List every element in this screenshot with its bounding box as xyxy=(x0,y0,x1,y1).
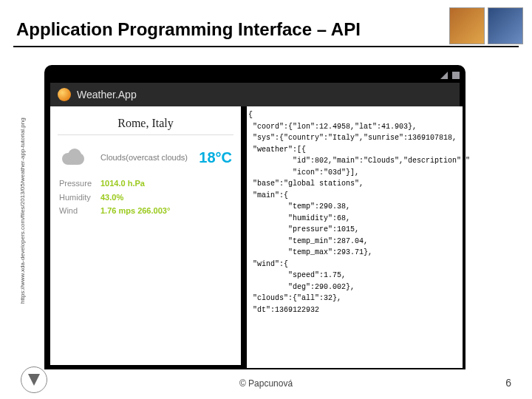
pressure-label: Pressure xyxy=(59,177,100,191)
temperature-value: 18°C xyxy=(199,149,232,166)
corner-thumbnails xyxy=(449,7,523,44)
slide-title: Application Programming Interface – API xyxy=(16,19,361,40)
signal-icon xyxy=(440,72,448,79)
cloud-icon xyxy=(59,147,90,168)
thumbnail-icon xyxy=(449,7,485,44)
page-number: 6 xyxy=(505,377,511,389)
location-label: Rome, Italy xyxy=(50,106,241,133)
humidity-value: 43.0% xyxy=(100,193,123,202)
json-response-panel: { "coord":{"lon":12.4958,"lat":41.903}, … xyxy=(247,106,463,368)
wind-label: Wind xyxy=(59,204,100,218)
thumbnail-icon xyxy=(488,7,523,44)
pressure-value: 1014.0 h.Pa xyxy=(100,179,145,188)
device-frame: Weather.App Rome, Italy Clouds(overcast … xyxy=(44,65,466,369)
wind-value: 1.76 mps 266.003° xyxy=(100,206,170,215)
weather-app-body: Rome, Italy Clouds(overcast clouds) 18°C… xyxy=(50,106,241,365)
android-status-bar xyxy=(50,69,460,81)
divider xyxy=(58,134,233,135)
footer-author: © Papcunová xyxy=(0,378,532,389)
metrics-block: Pressure1014.0 h.Pa Humidity43.0% Wind1.… xyxy=(50,169,241,225)
app-name: Weather.App xyxy=(77,89,137,100)
battery-icon xyxy=(452,72,460,79)
condition-text: Clouds(overcast clouds) xyxy=(100,153,188,162)
app-header: Weather.App xyxy=(50,83,460,106)
source-caption: https://www.xda-developers.com/files/201… xyxy=(19,81,28,340)
divider xyxy=(13,46,519,47)
weather-app-icon xyxy=(58,88,71,101)
humidity-label: Humidity xyxy=(59,191,100,205)
